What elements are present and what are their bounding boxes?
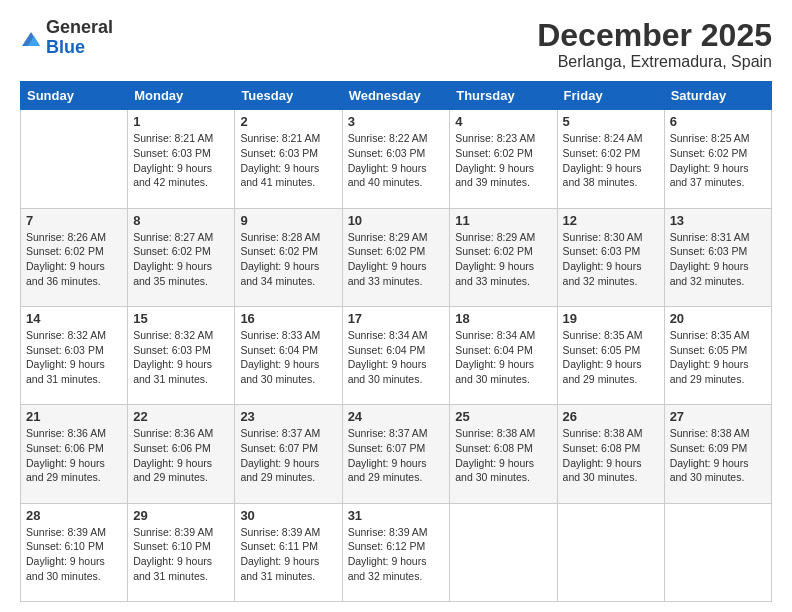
- table-row: 9 Sunrise: 8:28 AMSunset: 6:02 PMDayligh…: [235, 208, 342, 306]
- table-row: 25 Sunrise: 8:38 AMSunset: 6:08 PMDaylig…: [450, 405, 557, 503]
- day-info: Sunrise: 8:31 AMSunset: 6:03 PMDaylight:…: [670, 231, 750, 287]
- table-row: [21, 110, 128, 208]
- day-number: 16: [240, 311, 336, 326]
- day-info: Sunrise: 8:37 AMSunset: 6:07 PMDaylight:…: [240, 427, 320, 483]
- day-number: 17: [348, 311, 445, 326]
- day-info: Sunrise: 8:26 AMSunset: 6:02 PMDaylight:…: [26, 231, 106, 287]
- day-number: 31: [348, 508, 445, 523]
- table-row: 8 Sunrise: 8:27 AMSunset: 6:02 PMDayligh…: [128, 208, 235, 306]
- day-number: 29: [133, 508, 229, 523]
- table-row: 27 Sunrise: 8:38 AMSunset: 6:09 PMDaylig…: [664, 405, 771, 503]
- col-friday: Friday: [557, 82, 664, 110]
- day-number: 1: [133, 114, 229, 129]
- logo-blue: Blue: [46, 38, 113, 58]
- calendar-week-row: 21 Sunrise: 8:36 AMSunset: 6:06 PMDaylig…: [21, 405, 772, 503]
- day-info: Sunrise: 8:33 AMSunset: 6:04 PMDaylight:…: [240, 329, 320, 385]
- day-info: Sunrise: 8:35 AMSunset: 6:05 PMDaylight:…: [670, 329, 750, 385]
- day-number: 10: [348, 213, 445, 228]
- table-row: 16 Sunrise: 8:33 AMSunset: 6:04 PMDaylig…: [235, 306, 342, 404]
- col-sunday: Sunday: [21, 82, 128, 110]
- day-number: 28: [26, 508, 122, 523]
- table-row: 15 Sunrise: 8:32 AMSunset: 6:03 PMDaylig…: [128, 306, 235, 404]
- page: General Blue December 2025 Berlanga, Ext…: [0, 0, 792, 612]
- day-info: Sunrise: 8:39 AMSunset: 6:10 PMDaylight:…: [26, 526, 106, 582]
- day-info: Sunrise: 8:25 AMSunset: 6:02 PMDaylight:…: [670, 132, 750, 188]
- day-info: Sunrise: 8:29 AMSunset: 6:02 PMDaylight:…: [455, 231, 535, 287]
- logo-general: General: [46, 18, 113, 38]
- table-row: 21 Sunrise: 8:36 AMSunset: 6:06 PMDaylig…: [21, 405, 128, 503]
- table-row: 23 Sunrise: 8:37 AMSunset: 6:07 PMDaylig…: [235, 405, 342, 503]
- day-info: Sunrise: 8:37 AMSunset: 6:07 PMDaylight:…: [348, 427, 428, 483]
- title-block: December 2025 Berlanga, Extremadura, Spa…: [537, 18, 772, 71]
- table-row: 1 Sunrise: 8:21 AMSunset: 6:03 PMDayligh…: [128, 110, 235, 208]
- day-number: 23: [240, 409, 336, 424]
- day-info: Sunrise: 8:38 AMSunset: 6:09 PMDaylight:…: [670, 427, 750, 483]
- day-number: 13: [670, 213, 766, 228]
- table-row: 18 Sunrise: 8:34 AMSunset: 6:04 PMDaylig…: [450, 306, 557, 404]
- day-info: Sunrise: 8:32 AMSunset: 6:03 PMDaylight:…: [26, 329, 106, 385]
- day-number: 21: [26, 409, 122, 424]
- col-monday: Monday: [128, 82, 235, 110]
- table-row: 5 Sunrise: 8:24 AMSunset: 6:02 PMDayligh…: [557, 110, 664, 208]
- day-info: Sunrise: 8:28 AMSunset: 6:02 PMDaylight:…: [240, 231, 320, 287]
- table-row: [450, 503, 557, 601]
- table-row: 22 Sunrise: 8:36 AMSunset: 6:06 PMDaylig…: [128, 405, 235, 503]
- table-row: 17 Sunrise: 8:34 AMSunset: 6:04 PMDaylig…: [342, 306, 450, 404]
- table-row: 29 Sunrise: 8:39 AMSunset: 6:10 PMDaylig…: [128, 503, 235, 601]
- logo-icon: [20, 28, 42, 50]
- table-row: 19 Sunrise: 8:35 AMSunset: 6:05 PMDaylig…: [557, 306, 664, 404]
- calendar-week-row: 7 Sunrise: 8:26 AMSunset: 6:02 PMDayligh…: [21, 208, 772, 306]
- day-number: 9: [240, 213, 336, 228]
- day-number: 3: [348, 114, 445, 129]
- table-row: 4 Sunrise: 8:23 AMSunset: 6:02 PMDayligh…: [450, 110, 557, 208]
- calendar-subtitle: Berlanga, Extremadura, Spain: [537, 53, 772, 71]
- table-row: 11 Sunrise: 8:29 AMSunset: 6:02 PMDaylig…: [450, 208, 557, 306]
- day-info: Sunrise: 8:29 AMSunset: 6:02 PMDaylight:…: [348, 231, 428, 287]
- day-info: Sunrise: 8:27 AMSunset: 6:02 PMDaylight:…: [133, 231, 213, 287]
- col-thursday: Thursday: [450, 82, 557, 110]
- day-info: Sunrise: 8:38 AMSunset: 6:08 PMDaylight:…: [563, 427, 643, 483]
- table-row: 26 Sunrise: 8:38 AMSunset: 6:08 PMDaylig…: [557, 405, 664, 503]
- table-row: 28 Sunrise: 8:39 AMSunset: 6:10 PMDaylig…: [21, 503, 128, 601]
- day-info: Sunrise: 8:22 AMSunset: 6:03 PMDaylight:…: [348, 132, 428, 188]
- day-number: 30: [240, 508, 336, 523]
- table-row: 20 Sunrise: 8:35 AMSunset: 6:05 PMDaylig…: [664, 306, 771, 404]
- day-number: 8: [133, 213, 229, 228]
- table-row: 30 Sunrise: 8:39 AMSunset: 6:11 PMDaylig…: [235, 503, 342, 601]
- col-tuesday: Tuesday: [235, 82, 342, 110]
- header: General Blue December 2025 Berlanga, Ext…: [20, 18, 772, 71]
- calendar-week-row: 14 Sunrise: 8:32 AMSunset: 6:03 PMDaylig…: [21, 306, 772, 404]
- table-row: 14 Sunrise: 8:32 AMSunset: 6:03 PMDaylig…: [21, 306, 128, 404]
- day-info: Sunrise: 8:24 AMSunset: 6:02 PMDaylight:…: [563, 132, 643, 188]
- day-number: 27: [670, 409, 766, 424]
- day-info: Sunrise: 8:23 AMSunset: 6:02 PMDaylight:…: [455, 132, 535, 188]
- day-number: 26: [563, 409, 659, 424]
- day-number: 5: [563, 114, 659, 129]
- day-info: Sunrise: 8:34 AMSunset: 6:04 PMDaylight:…: [455, 329, 535, 385]
- day-info: Sunrise: 8:35 AMSunset: 6:05 PMDaylight:…: [563, 329, 643, 385]
- day-info: Sunrise: 8:34 AMSunset: 6:04 PMDaylight:…: [348, 329, 428, 385]
- day-info: Sunrise: 8:39 AMSunset: 6:12 PMDaylight:…: [348, 526, 428, 582]
- calendar-week-row: 28 Sunrise: 8:39 AMSunset: 6:10 PMDaylig…: [21, 503, 772, 601]
- day-info: Sunrise: 8:39 AMSunset: 6:10 PMDaylight:…: [133, 526, 213, 582]
- day-info: Sunrise: 8:30 AMSunset: 6:03 PMDaylight:…: [563, 231, 643, 287]
- day-number: 25: [455, 409, 551, 424]
- day-info: Sunrise: 8:21 AMSunset: 6:03 PMDaylight:…: [240, 132, 320, 188]
- table-row: [557, 503, 664, 601]
- day-number: 24: [348, 409, 445, 424]
- day-number: 7: [26, 213, 122, 228]
- day-info: Sunrise: 8:21 AMSunset: 6:03 PMDaylight:…: [133, 132, 213, 188]
- day-number: 12: [563, 213, 659, 228]
- day-number: 11: [455, 213, 551, 228]
- table-row: 6 Sunrise: 8:25 AMSunset: 6:02 PMDayligh…: [664, 110, 771, 208]
- table-row: 13 Sunrise: 8:31 AMSunset: 6:03 PMDaylig…: [664, 208, 771, 306]
- day-number: 22: [133, 409, 229, 424]
- day-info: Sunrise: 8:38 AMSunset: 6:08 PMDaylight:…: [455, 427, 535, 483]
- logo-text: General Blue: [46, 18, 113, 58]
- table-row: 7 Sunrise: 8:26 AMSunset: 6:02 PMDayligh…: [21, 208, 128, 306]
- day-number: 2: [240, 114, 336, 129]
- day-number: 14: [26, 311, 122, 326]
- calendar-title: December 2025: [537, 18, 772, 53]
- day-number: 20: [670, 311, 766, 326]
- day-info: Sunrise: 8:36 AMSunset: 6:06 PMDaylight:…: [133, 427, 213, 483]
